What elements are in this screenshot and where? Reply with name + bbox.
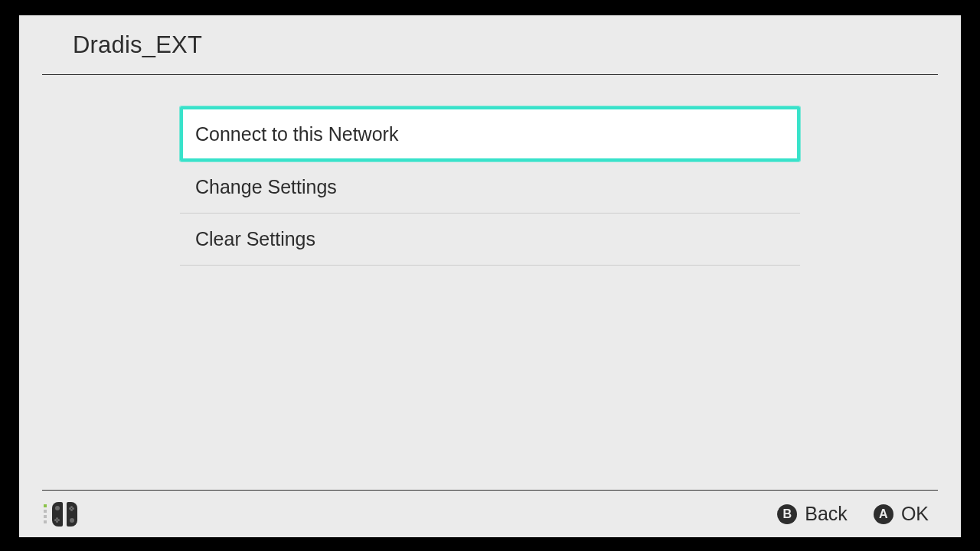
- menu-item-label: Change Settings: [195, 176, 337, 198]
- a-button-icon: A: [874, 504, 893, 524]
- menu-item-connect[interactable]: Connect to this Network: [180, 106, 800, 161]
- footer-actions: B Back A OK: [777, 503, 929, 525]
- network-options-menu: Connect to this Network Change Settings …: [180, 106, 800, 266]
- action-ok[interactable]: A OK: [874, 503, 929, 525]
- player-led-icon: [44, 504, 47, 523]
- controller-indicator-icon: [44, 502, 77, 527]
- action-label: OK: [901, 503, 929, 525]
- menu-item-label: Connect to this Network: [195, 123, 398, 145]
- screen: Dradis_EXT Connect to this Network Chang…: [19, 15, 961, 537]
- menu-item-clear-settings[interactable]: Clear Settings: [180, 214, 800, 266]
- action-back[interactable]: B Back: [777, 503, 848, 525]
- menu-item-change-settings[interactable]: Change Settings: [180, 161, 800, 214]
- page-title: Dradis_EXT: [73, 31, 202, 59]
- header: Dradis_EXT: [42, 15, 938, 75]
- joycon-right-icon: [67, 502, 77, 527]
- b-button-icon: B: [777, 504, 797, 524]
- footer: B Back A OK: [42, 490, 938, 537]
- joycon-left-icon: [52, 502, 63, 527]
- menu-item-label: Clear Settings: [195, 228, 315, 250]
- action-label: Back: [805, 503, 848, 525]
